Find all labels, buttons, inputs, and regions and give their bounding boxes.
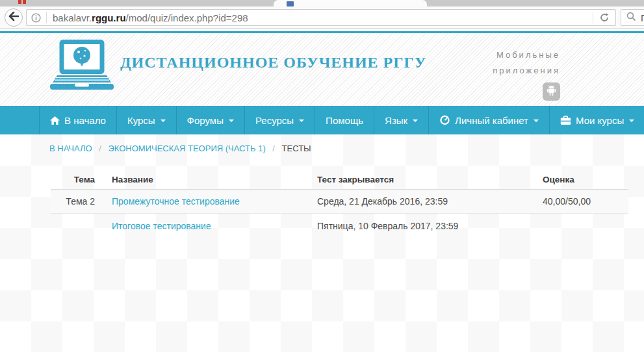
quiz-index-table: Тема Название Тест закрывается Оценка Те… <box>51 170 628 238</box>
home-icon <box>50 116 60 125</box>
chevron-down-icon <box>161 119 166 122</box>
main-nav: В начало Курсы Форумы Ресурсы Помощь Язы… <box>0 106 644 134</box>
nav-item-my-courses[interactable]: Мои курсы <box>550 106 644 134</box>
site-header: ДИСТАНЦИОННОЕ ОБУЧЕНИЕ РГГУ Мобильные пр… <box>0 33 644 106</box>
browser-toolbar: bakalavr.rggu.ru/mod/quiz/index.php?id=2… <box>0 6 644 29</box>
site-info-icon[interactable] <box>27 13 46 23</box>
nav-label: Форумы <box>187 115 224 126</box>
cell-theme: Тема 2 <box>51 196 110 207</box>
nav-label: Язык <box>385 115 407 126</box>
pinned-tab-favicon <box>18 0 21 4</box>
mobile-apps-label: приложения <box>493 63 560 79</box>
column-header-grade: Оценка <box>543 175 628 184</box>
column-header-closes: Тест закрывается <box>317 175 543 184</box>
chevron-down-icon <box>534 119 539 122</box>
cell-closes: Пятница, 10 Февраль 2017, 23:59 <box>317 221 543 231</box>
chevron-down-icon <box>299 119 304 122</box>
browser-window: bakalavr.rggu.ru/mod/quiz/index.php?id=2… <box>0 0 644 352</box>
breadcrumb-separator: / <box>99 144 101 153</box>
mobile-apps-label: Мобильные <box>493 47 560 63</box>
breadcrumb-separator: / <box>272 144 275 153</box>
page-content: В НАЧАЛО / ЭКОНОМИЧЕСКАЯ ТЕОРИЯ (ЧАСТЬ 1… <box>0 134 644 352</box>
active-tab[interactable] <box>274 0 427 6</box>
nav-item-home[interactable]: В начало <box>39 106 117 134</box>
table-header-row: Тема Название Тест закрывается Оценка <box>51 170 628 190</box>
nav-item-language[interactable]: Язык <box>374 106 429 134</box>
quiz-link[interactable]: Итоговое тестирование <box>112 221 211 231</box>
table-row: Тема 2 Промежуточное тестирование Среда,… <box>51 190 628 214</box>
cell-grade: 40,00/50,00 <box>543 196 628 207</box>
nav-item-dashboard[interactable]: Личный кабинет <box>429 106 550 134</box>
nav-label: Мои курсы <box>576 115 624 126</box>
browser-tab-strip[interactable] <box>0 0 644 6</box>
breadcrumb: В НАЧАЛО / ЭКОНОМИЧЕСКАЯ ТЕОРИЯ (ЧАСТЬ 1… <box>49 144 644 153</box>
nav-item-help[interactable]: Помощь <box>315 106 374 134</box>
back-button[interactable] <box>5 8 23 27</box>
breadcrumb-course[interactable]: ЭКОНОМИЧЕСКАЯ ТЕОРИЯ (ЧАСТЬ 1) <box>108 144 265 153</box>
site-logo[interactable] <box>49 40 115 93</box>
chevron-down-icon <box>413 119 418 122</box>
chevron-down-icon <box>229 119 234 122</box>
android-icon <box>547 85 556 98</box>
nav-label: Курсы <box>127 115 155 126</box>
pinned-tab-favicon <box>23 0 26 4</box>
breadcrumb-home[interactable]: В НАЧАЛО <box>49 144 92 153</box>
quiz-link[interactable]: Промежуточное тестирование <box>112 196 240 207</box>
nav-label: В начало <box>64 115 106 126</box>
nav-item-courses[interactable]: Курсы <box>117 106 177 134</box>
back-arrow-icon <box>8 12 19 23</box>
chevron-down-icon <box>629 119 634 122</box>
column-header-name: Название <box>110 175 317 184</box>
briefcase-icon <box>560 116 571 125</box>
nav-item-forums[interactable]: Форумы <box>177 106 245 134</box>
search-icon <box>626 12 636 24</box>
column-header-theme: Тема <box>51 175 110 184</box>
nav-label: Ресурсы <box>255 115 294 126</box>
reload-button[interactable] <box>593 13 615 22</box>
active-tab-favicon <box>287 1 294 6</box>
dashboard-icon <box>439 115 450 125</box>
nav-label: Личный кабинет <box>455 115 528 126</box>
breadcrumb-current: ТЕСТЫ <box>282 144 311 153</box>
nav-label: Помощь <box>326 115 363 126</box>
search-text: П <box>641 12 644 23</box>
android-app-button[interactable] <box>543 82 560 101</box>
search-input[interactable]: П <box>621 9 644 26</box>
table-row: Итоговое тестирование Пятница, 10 Феврал… <box>51 214 628 238</box>
laptop-logo-icon <box>49 81 115 92</box>
cell-closes: Среда, 21 Декабрь 2016, 23:59 <box>317 196 543 207</box>
nav-item-resources[interactable]: Ресурсы <box>245 106 315 134</box>
url-text[interactable]: bakalavr.rggu.ru/mod/quiz/index.php?id=2… <box>47 12 593 23</box>
url-bar[interactable]: bakalavr.rggu.ru/mod/quiz/index.php?id=2… <box>26 9 616 26</box>
site-title: ДИСТАНЦИОННОЕ ОБУЧЕНИЕ РГГУ <box>120 54 426 71</box>
mobile-apps-block: Мобильные приложения <box>493 47 560 101</box>
